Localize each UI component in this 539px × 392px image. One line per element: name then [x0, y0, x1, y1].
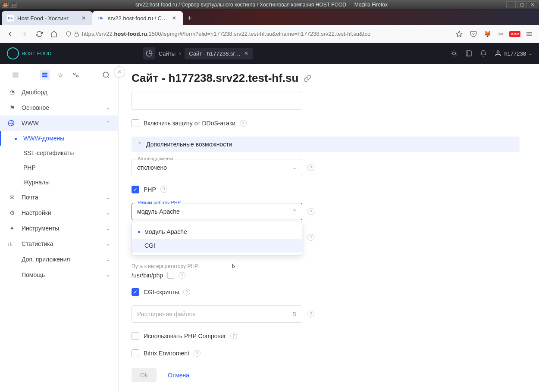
- link-icon[interactable]: [304, 75, 311, 82]
- placeholder: Расширения файлов: [137, 311, 196, 317]
- sidebar-item-mail[interactable]: ✉ Почта ⌄: [0, 190, 118, 205]
- cgi-checkbox[interactable]: ✓: [132, 288, 139, 296]
- browser-tab[interactable]: HF srv22.host-food.ru / Серве ✕: [92, 11, 183, 25]
- help-icon[interactable]: ?: [307, 234, 314, 241]
- back-button[interactable]: [3, 28, 16, 40]
- abp-icon[interactable]: ABP: [509, 28, 521, 40]
- logo-icon: [7, 47, 19, 59]
- sidebar-item-tools[interactable]: ✦ Инструменты ⌄: [0, 221, 118, 236]
- bookmark-button[interactable]: [453, 28, 466, 40]
- menu-button[interactable]: [523, 28, 536, 40]
- window-restore-icon: ▭: [10, 2, 17, 8]
- os-titlebar: 🦊 ▭ srv22.host-food.ru / Сервер виртуаль…: [0, 0, 539, 9]
- ok-button[interactable]: Ok: [132, 368, 157, 382]
- close-icon[interactable]: ✕: [244, 50, 248, 56]
- search-icon[interactable]: [101, 70, 111, 80]
- sidebar-item-help[interactable]: Помощь ⌄: [0, 267, 118, 283]
- svg-rect-0: [75, 34, 79, 36]
- php-mode-select[interactable]: модуль Apache ⌃: [132, 203, 302, 220]
- hamburger-icon[interactable]: [10, 70, 21, 80]
- submenu-item-www-domains[interactable]: WWW-домены: [0, 131, 118, 146]
- close-panel-button[interactable]: ✕: [114, 66, 125, 78]
- autosubdomain-select[interactable]: отключено ⌄: [132, 159, 302, 176]
- collapse-header[interactable]: ⌃ Дополнительные возможности: [132, 137, 520, 152]
- chevron-down-icon: ⌄: [106, 225, 110, 231]
- submenu-label: SSL-сертификаты: [23, 149, 74, 156]
- sidebar-item-dashboard[interactable]: ◔ Дашборд: [0, 84, 118, 100]
- close-window-button[interactable]: ✕: [528, 1, 537, 8]
- bitrix-row: Bitrix Enviroment ?: [132, 349, 526, 357]
- file-ext-input[interactable]: Расширения файлов ⇅: [132, 305, 302, 323]
- help-icon[interactable]: ?: [307, 311, 314, 317]
- empty-textarea[interactable]: [132, 91, 302, 110]
- flag-icon: ⚑: [8, 104, 16, 111]
- close-icon[interactable]: ✕: [171, 15, 178, 22]
- star-icon[interactable]: ☆: [55, 70, 66, 80]
- php-checkbox[interactable]: ✓: [132, 186, 139, 193]
- interpreter-label: Путь к интерпретатору PHP:: [132, 263, 526, 269]
- svg-line-8: [456, 55, 457, 56]
- help-icon[interactable]: ?: [183, 289, 190, 296]
- ddos-checkbox[interactable]: [132, 119, 139, 127]
- cgi-label: CGI-скрипты: [144, 289, 179, 296]
- help-icon[interactable]: ?: [179, 272, 185, 279]
- url-field[interactable]: https://srv22.host-food.ru:1500/ispmgr#/…: [62, 27, 451, 41]
- maximize-button[interactable]: ▢: [517, 1, 526, 8]
- extension-icon[interactable]: ✂: [495, 28, 507, 40]
- extension-icon[interactable]: 🦊: [481, 28, 493, 40]
- list-view-icon[interactable]: [40, 70, 50, 80]
- sidebar-item-settings[interactable]: ⚙ Настройки ⌄: [0, 205, 118, 221]
- theme-toggle-icon[interactable]: [451, 50, 458, 57]
- copy-icon[interactable]: [167, 272, 174, 279]
- submenu-item-php[interactable]: PHP: [0, 160, 118, 175]
- svg-rect-18: [42, 76, 47, 78]
- help-icon[interactable]: ?: [194, 350, 201, 357]
- cancel-button[interactable]: Отмена: [166, 368, 191, 382]
- expand-icon[interactable]: [465, 50, 472, 57]
- submenu-item-ssl[interactable]: SSL-сертификаты: [0, 146, 118, 160]
- pie-chart-icon[interactable]: [143, 47, 155, 59]
- app-logo[interactable]: HOST FOOD: [7, 47, 52, 59]
- app-topbar: HOST FOOD Сайты › Сайт - h177238.sr… ✕ h…: [0, 43, 539, 64]
- help-icon[interactable]: ?: [307, 164, 314, 171]
- collapse-label: Дополнительные возможности: [146, 141, 232, 148]
- help-icon[interactable]: ?: [160, 186, 167, 193]
- sidebar-item-www[interactable]: WWW ⌃: [0, 115, 118, 131]
- footprints-icon[interactable]: [71, 70, 81, 80]
- sidebar-item-label: Доп. приложения: [22, 256, 70, 263]
- breadcrumb-tab[interactable]: Сайт - h177238.sr… ✕: [185, 48, 253, 59]
- sidebar-item-main[interactable]: ⚑ Основное ⌄: [0, 100, 118, 115]
- favicon-icon: HF: [97, 15, 104, 22]
- dropdown-option[interactable]: модуль Apache: [132, 225, 302, 239]
- lock-icon: [74, 31, 79, 37]
- forward-button[interactable]: [18, 28, 31, 40]
- reload-button[interactable]: [33, 28, 46, 40]
- chevron-down-icon: ⌄: [106, 272, 110, 278]
- dropdown-option[interactable]: CGI: [132, 239, 302, 252]
- composer-checkbox[interactable]: [132, 332, 139, 340]
- chevron-down-icon: ⌄: [106, 194, 110, 200]
- breadcrumb-root[interactable]: Сайты: [159, 50, 175, 57]
- sidebar-item-stats[interactable]: Статистика ⌄: [0, 236, 118, 252]
- new-tab-button[interactable]: +: [183, 11, 197, 25]
- svg-rect-16: [42, 73, 47, 74]
- close-icon[interactable]: ✕: [80, 15, 87, 22]
- browser-tab[interactable]: HF Host Food - Хостинг ✕: [2, 11, 92, 25]
- home-button[interactable]: [47, 28, 60, 40]
- sidebar-item-addons[interactable]: Доп. приложения ⌄: [0, 252, 118, 267]
- submenu-item-logs[interactable]: Журналы: [0, 175, 118, 190]
- chevron-up-icon: ⌃: [106, 120, 110, 126]
- user-menu[interactable]: h177238 ⌄: [495, 50, 532, 57]
- help-icon[interactable]: ?: [307, 208, 314, 215]
- minimize-button[interactable]: —: [506, 1, 516, 8]
- bell-icon[interactable]: [480, 50, 487, 57]
- sort-icon: ⇅: [292, 311, 297, 317]
- help-icon[interactable]: ?: [230, 333, 237, 339]
- help-icon[interactable]: ?: [240, 120, 247, 127]
- bitrix-checkbox[interactable]: [132, 349, 139, 357]
- svg-line-7: [452, 51, 452, 52]
- svg-point-12: [497, 51, 499, 53]
- pocket-icon[interactable]: [467, 28, 479, 40]
- breadcrumb-tab-label: Сайт - h177238.sr…: [189, 50, 241, 57]
- submenu-label: WWW-домены: [23, 135, 64, 142]
